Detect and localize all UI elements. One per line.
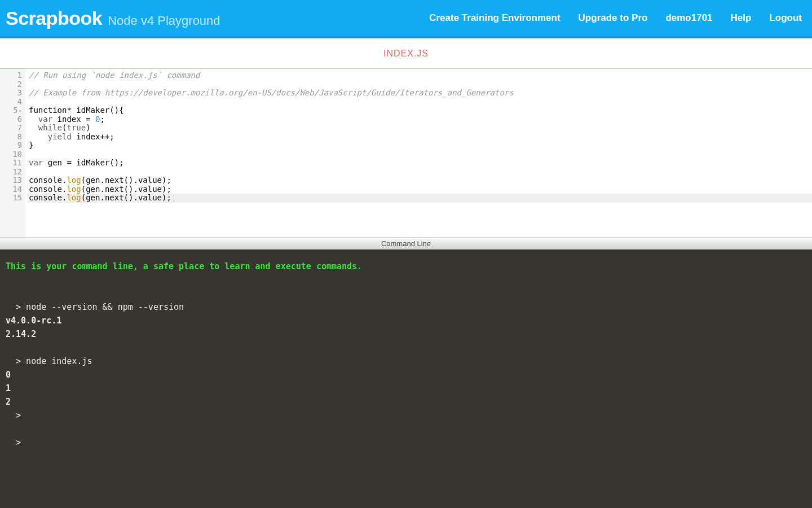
- editor-code-line[interactable]: // Run using `node index.js` command: [29, 71, 812, 80]
- editor-line-number: 3: [0, 89, 22, 98]
- editor-code-line[interactable]: [29, 150, 812, 159]
- nav-create-training-environment[interactable]: Create Training Environment: [429, 12, 560, 24]
- editor-line-number: 5: [0, 106, 22, 115]
- editor-line-number: 13: [0, 176, 22, 185]
- terminal-intro-message: This is your command line, a safe place …: [6, 261, 362, 271]
- editor-line-number: 10: [0, 150, 22, 159]
- editor-line-number: 15: [0, 194, 22, 203]
- terminal-output-line: 2.14.2: [6, 329, 36, 339]
- terminal-output-line: 2: [6, 397, 11, 407]
- terminal-prompt[interactable]: >: [6, 437, 26, 448]
- command-line-header-label: Command Line: [381, 239, 431, 248]
- editor-line-number: 12: [0, 168, 22, 177]
- editor-line-number: 14: [0, 185, 22, 194]
- editor-tabbar: INDEX.JS: [0, 38, 812, 69]
- terminal-prompt[interactable]: > node --version && npm --version: [6, 302, 184, 312]
- terminal-output-line: 0: [6, 370, 11, 380]
- terminal-prompt[interactable]: > node index.js: [6, 356, 92, 366]
- editor-code-area[interactable]: // Run using `node index.js` command// E…: [25, 69, 812, 237]
- terminal-output-line: v4.0.0-rc.1: [6, 316, 61, 326]
- editor-code-line[interactable]: [29, 98, 812, 107]
- editor-line-number: 2: [0, 80, 22, 89]
- editor-line-number: 11: [0, 159, 22, 168]
- editor-tab-indexjs[interactable]: INDEX.JS: [383, 49, 429, 59]
- brand-name: Scrapbook: [6, 7, 102, 29]
- editor-code-line[interactable]: while(true): [29, 124, 812, 133]
- editor-line-number: 8: [0, 133, 22, 142]
- nav-logout[interactable]: Logout: [769, 12, 802, 24]
- editor-code-line[interactable]: [29, 80, 812, 89]
- app-header: Scrapbook Node v4 Playground Create Trai…: [0, 0, 812, 38]
- nav-upgrade-to-pro[interactable]: Upgrade to Pro: [579, 12, 648, 24]
- editor-gutter: 123456789101112131415: [0, 69, 25, 237]
- editor-code-line[interactable]: console.log(gen.next().value);: [29, 194, 812, 203]
- brand-subtitle: Node v4 Playground: [108, 14, 220, 28]
- editor-line-number: 9: [0, 141, 22, 150]
- editor-line-number: 1: [0, 71, 22, 80]
- editor-code-line[interactable]: console.log(gen.next().value);: [29, 176, 812, 185]
- editor-code-line[interactable]: console.log(gen.next().value);: [29, 185, 812, 194]
- top-nav: Create Training Environment Upgrade to P…: [429, 12, 802, 24]
- nav-username[interactable]: demo1701: [665, 12, 712, 24]
- terminal-prompt[interactable]: >: [6, 410, 26, 421]
- editor-line-number: 7: [0, 124, 22, 133]
- editor-code-line[interactable]: var gen = idMaker();: [29, 159, 812, 168]
- command-line-header: Command Line: [0, 237, 812, 249]
- nav-help[interactable]: Help: [731, 12, 752, 24]
- editor-line-number: 4: [0, 98, 22, 107]
- editor-code-line[interactable]: [29, 168, 812, 177]
- editor-code-line[interactable]: var index = 0;: [29, 115, 812, 124]
- brand-block: Scrapbook Node v4 Playground: [6, 7, 220, 29]
- editor-code-line[interactable]: }: [29, 141, 812, 150]
- editor-line-number: 6: [0, 115, 22, 124]
- code-editor[interactable]: 123456789101112131415 // Run using `node…: [0, 69, 812, 237]
- editor-code-line[interactable]: // Example from https://developer.mozill…: [29, 89, 812, 98]
- editor-code-line[interactable]: function* idMaker(){: [29, 106, 812, 115]
- command-line-terminal[interactable]: This is your command line, a safe place …: [0, 249, 812, 508]
- editor-code-line[interactable]: yield index++;: [29, 133, 812, 142]
- terminal-output-line: 1: [6, 383, 11, 393]
